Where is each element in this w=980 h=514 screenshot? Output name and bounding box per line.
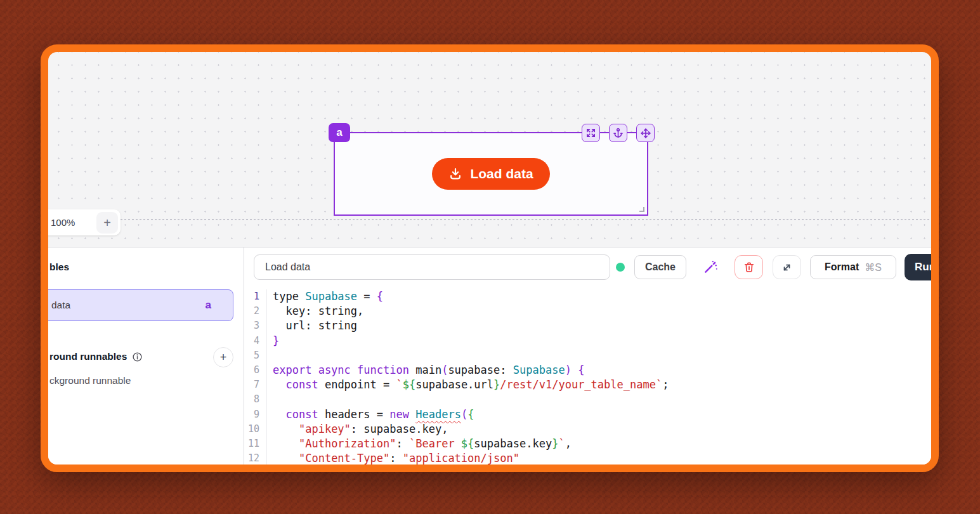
- background-runnables-title: round runnables: [49, 351, 127, 362]
- code-line[interactable]: 4}: [244, 334, 931, 348]
- code-line[interactable]: 9 const headers = new Headers({: [244, 407, 931, 422]
- line-number: 3: [244, 319, 267, 333]
- app-canvas[interactable]: a: [48, 52, 931, 247]
- runnables-header: bles: [49, 261, 69, 273]
- runnables-sidebar: bles data a round runnables + ckground r…: [48, 247, 244, 465]
- resize-handle[interactable]: [639, 207, 644, 212]
- runnable-editor: Cache: [244, 247, 931, 465]
- maximize-icon: [585, 128, 596, 138]
- component-handles: [582, 124, 655, 142]
- line-number: 9: [244, 407, 267, 422]
- code-editor[interactable]: 1type Supabase = {2 key: string,3 url: s…: [244, 284, 931, 465]
- line-number: 2: [244, 304, 267, 319]
- code-line[interactable]: 11 "Authorization": `Bearer ${supabase.k…: [244, 437, 931, 451]
- runnable-name-input[interactable]: [254, 254, 610, 280]
- anchor-icon: [613, 128, 624, 138]
- zoom-control: 100% +: [41, 209, 121, 235]
- code-line[interactable]: 2 key: string,: [244, 304, 931, 319]
- background-runnables-section-header: round runnables: [49, 351, 143, 362]
- code-line[interactable]: 6export async function main(supabase: Su…: [244, 363, 931, 378]
- selected-component[interactable]: a: [334, 132, 648, 216]
- code-line[interactable]: 8: [244, 392, 931, 407]
- move-component-button[interactable]: [636, 124, 655, 142]
- component-id-badge: a: [329, 123, 350, 142]
- format-shortcut: ⌘S: [865, 261, 882, 273]
- expand-editor-button[interactable]: [773, 255, 801, 279]
- app-window: a: [41, 44, 939, 472]
- runnable-item-label: data: [51, 300, 70, 311]
- line-number: 1: [244, 289, 267, 304]
- load-data-button[interactable]: Load data: [432, 158, 549, 190]
- status-dot-icon: [616, 263, 625, 272]
- code-line[interactable]: 12 "Content-Type": "application/json": [244, 451, 931, 465]
- runnable-list-item[interactable]: data a: [41, 289, 233, 321]
- format-button[interactable]: Format ⌘S: [810, 255, 896, 279]
- trash-icon: [743, 261, 755, 273]
- zoom-in-button[interactable]: +: [96, 212, 118, 234]
- bottom-panel: bles data a round runnables + ckground r…: [48, 247, 931, 465]
- ai-assist-button[interactable]: [698, 256, 722, 278]
- load-data-button-label: Load data: [470, 166, 533, 181]
- canvas-boundary-dashed-line: [48, 219, 931, 220]
- line-number: 8: [244, 392, 267, 407]
- desktop-background: { "colors": { "desktop": "#87321a", "fra…: [0, 0, 980, 514]
- code-line[interactable]: 1type Supabase = {: [244, 289, 931, 304]
- line-number: 10: [244, 422, 267, 437]
- runnable-item-badge: a: [206, 299, 211, 312]
- anchor-component-button[interactable]: [609, 124, 627, 142]
- line-number: 7: [244, 378, 267, 392]
- line-number: 12: [244, 451, 267, 465]
- move-icon: [640, 128, 651, 139]
- code-line[interactable]: 10 "apikey": supabase.key,: [244, 422, 931, 437]
- delete-runnable-button[interactable]: [735, 255, 763, 279]
- line-number: 4: [244, 334, 267, 348]
- download-icon: [448, 167, 462, 181]
- code-line[interactable]: 7 const endpoint = `${supabase.url}/rest…: [244, 378, 931, 392]
- code-line[interactable]: 5: [244, 348, 931, 363]
- expand-component-button[interactable]: [582, 124, 600, 142]
- diagonal-expand-icon: [781, 261, 793, 273]
- info-icon[interactable]: [132, 352, 143, 362]
- zoom-level-label: 100%: [51, 217, 75, 228]
- line-number: 5: [244, 348, 267, 363]
- format-button-label: Format: [825, 261, 859, 273]
- line-number: 6: [244, 363, 267, 378]
- code-line[interactable]: 3 url: string: [244, 319, 931, 333]
- add-background-runnable-button[interactable]: +: [213, 347, 233, 367]
- run-button[interactable]: Run: [905, 254, 939, 280]
- line-number: 11: [244, 437, 267, 451]
- background-runnables-empty-text: ckground runnable: [49, 375, 131, 386]
- magic-wand-icon: [702, 259, 719, 275]
- cache-button[interactable]: Cache: [634, 255, 686, 279]
